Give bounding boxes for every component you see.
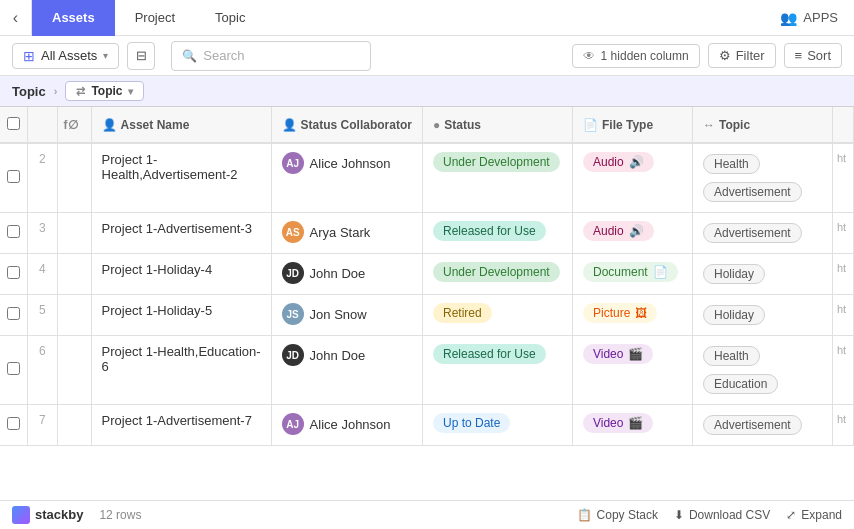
checkbox-cell[interactable] [0, 295, 27, 336]
avatar: JD [282, 344, 304, 366]
filter-icon: ⚙ [719, 48, 731, 63]
asset-name-cell: Project 1-Health,Advertisement-2 [91, 143, 271, 213]
status-badge: Released for Use [433, 344, 546, 364]
file-type-icon: 🔊 [629, 224, 644, 238]
topic-tag[interactable]: Advertisement [703, 182, 802, 202]
hidden-column-button[interactable]: 👁 1 hidden column [572, 44, 700, 68]
checkbox-cell[interactable] [0, 213, 27, 254]
all-assets-button[interactable]: ⊞ All Assets ▾ [12, 43, 119, 69]
checkbox-cell[interactable] [0, 405, 27, 446]
apps-button[interactable]: 👥 APPS [764, 10, 854, 26]
sort-icon: ≡ [795, 48, 803, 63]
status-cell: Under Development [422, 254, 572, 295]
tab-project[interactable]: Project [115, 0, 195, 36]
extra-header [832, 107, 853, 143]
topic-tag[interactable]: Health [703, 154, 760, 174]
chevron-down-icon-topic: ▾ [128, 86, 133, 97]
topic-tags: HealthEducation [703, 344, 822, 396]
row-number: 2 [27, 143, 57, 213]
nav-arrow-btn[interactable]: ‹ [0, 0, 32, 36]
status-cell: Under Development [422, 143, 572, 213]
status-badge: Released for Use [433, 221, 546, 241]
file-type-icon: 🔊 [629, 155, 644, 169]
row-number: 7 [27, 405, 57, 446]
extra-cell: ht [832, 213, 853, 254]
topic-cell: Advertisement [692, 405, 832, 446]
checkbox-cell[interactable] [0, 143, 27, 213]
collaborator-cell: JD John Doe [271, 336, 422, 405]
topic-tag[interactable]: Advertisement [703, 223, 802, 243]
row-number: 3 [27, 213, 57, 254]
file-type-cell: Video 🎬 [572, 336, 692, 405]
topic-cell: HealthEducation [692, 336, 832, 405]
table-row: 3 Project 1-Advertisement-3 AS Arya Star… [0, 213, 854, 254]
row-checkbox[interactable] [7, 225, 20, 238]
topic-tags: Advertisement [703, 413, 822, 437]
extra-cell: ht [832, 143, 853, 213]
topic-tag[interactable]: Education [703, 374, 778, 394]
extra-cell: ht [832, 336, 853, 405]
topic-cell: Advertisement [692, 213, 832, 254]
topic-cell: HealthAdvertisement [692, 143, 832, 213]
footer: stackby 12 rows 📋 Copy Stack ⬇ Download … [0, 500, 854, 528]
topic-tag[interactable]: Holiday [703, 305, 765, 325]
topic-tag[interactable]: Advertisement [703, 415, 802, 435]
sort-button[interactable]: ≡ Sort [784, 43, 842, 68]
checkbox-cell[interactable] [0, 336, 27, 405]
file-type-icon: 🎬 [628, 416, 643, 430]
row-checkbox[interactable] [7, 417, 20, 430]
person-icon-col: 👤 [102, 118, 117, 132]
select-all-checkbox[interactable] [7, 117, 20, 130]
collaborator-cell: AS Arya Stark [271, 213, 422, 254]
row-count: 12 rows [99, 508, 141, 522]
tab-assets[interactable]: Assets [32, 0, 115, 36]
avatar: AS [282, 221, 304, 243]
file-type-badge: Audio 🔊 [583, 152, 654, 172]
row-checkbox[interactable] [7, 362, 20, 375]
topic-cell: Holiday [692, 254, 832, 295]
download-csv-button[interactable]: ⬇ Download CSV [674, 508, 770, 522]
collaborator-name: Alice Johnson [310, 417, 391, 432]
asset-name-cell: Project 1-Advertisement-3 [91, 213, 271, 254]
expand-icon: ⤢ [786, 508, 796, 522]
avatar: JD [282, 262, 304, 284]
status-badge: Retired [433, 303, 492, 323]
collaborator-cell: AJ Alice Johnson [271, 143, 422, 213]
search-input[interactable]: 🔍 Search [171, 41, 371, 71]
collab-icon: 👤 [282, 118, 297, 132]
row-checkbox[interactable] [7, 307, 20, 320]
fn-cell [57, 143, 91, 213]
arrow-icon: ↔ [703, 118, 715, 132]
file-type-cell: Picture 🖼 [572, 295, 692, 336]
topic-header: ↔Topic [692, 107, 832, 143]
view-toggle-button[interactable]: ⊟ [127, 42, 155, 70]
topic-tag[interactable]: Health [703, 346, 760, 366]
collaborator-cell: AJ Alice Johnson [271, 405, 422, 446]
row-checkbox[interactable] [7, 266, 20, 279]
topic-filter-tag[interactable]: ⇄ Topic ▾ [65, 81, 144, 101]
file-type-icon: 🎬 [628, 347, 643, 361]
copy-stack-button[interactable]: 📋 Copy Stack [577, 508, 658, 522]
tab-topic[interactable]: Topic [195, 0, 265, 36]
collaborator-name: Alice Johnson [310, 156, 391, 171]
checkbox-cell[interactable] [0, 254, 27, 295]
filter-button[interactable]: ⚙ Filter [708, 43, 776, 68]
topic-tag[interactable]: Holiday [703, 264, 765, 284]
collaborator-header: 👤Status Collaborator [271, 107, 422, 143]
file-type-icon: 🖼 [635, 306, 647, 320]
extra-cell: ht [832, 405, 853, 446]
toolbar: ⊞ All Assets ▾ ⊟ 🔍 Search 👁 1 hidden col… [0, 36, 854, 76]
file-type-badge: Video 🎬 [583, 344, 653, 364]
status-badge: Under Development [433, 152, 560, 172]
table-row: 7 Project 1-Advertisement-7 AJ Alice Joh… [0, 405, 854, 446]
status-icon: ● [433, 118, 440, 132]
file-type-cell: Video 🎬 [572, 405, 692, 446]
row-checkbox[interactable] [7, 170, 20, 183]
expand-button[interactable]: ⤢ Expand [786, 508, 842, 522]
status-cell: Released for Use [422, 213, 572, 254]
stackby-brand: stackby [12, 506, 83, 524]
status-header: ●Status [422, 107, 572, 143]
row-number: 4 [27, 254, 57, 295]
checkbox-header[interactable] [0, 107, 27, 143]
status-cell: Retired [422, 295, 572, 336]
